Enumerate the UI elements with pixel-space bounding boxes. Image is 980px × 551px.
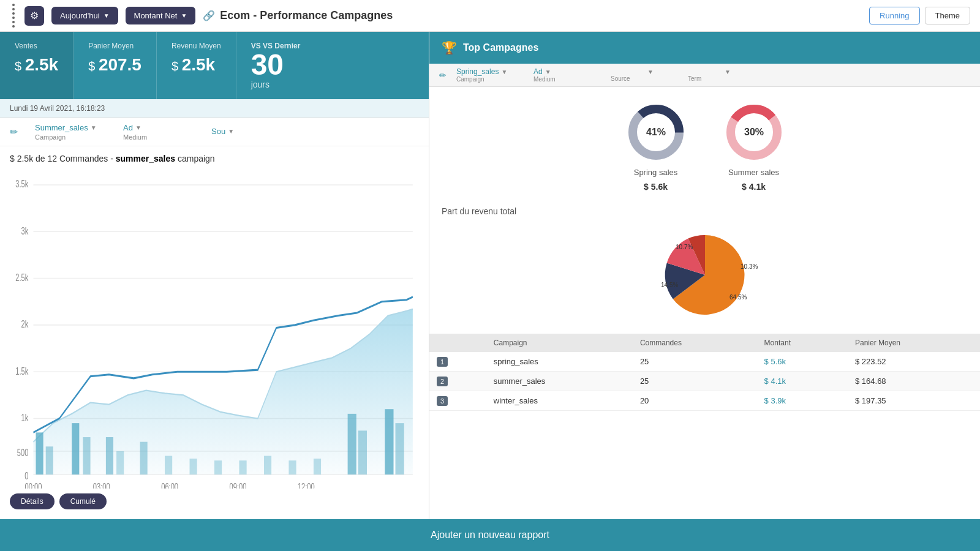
chart-title: $ 2.5k de 12 Commandes - summer_sales ca…	[10, 154, 419, 163]
svg-text:3.5k: 3.5k	[15, 178, 29, 190]
vs-days: jours	[251, 80, 301, 89]
summer-sales-value: $ 4.1k	[742, 182, 766, 192]
svg-rect-23	[165, 456, 172, 475]
svg-text:3k: 3k	[21, 225, 29, 236]
top-campagnes-title: Top Campagnes	[463, 42, 538, 53]
svg-rect-19	[83, 437, 90, 474]
svg-rect-20	[106, 437, 113, 474]
campaigns-table: Campaign Commandes Montant Panier Moyen …	[429, 334, 980, 411]
edit-icon: ✏	[439, 70, 447, 80]
date-bar: Lundi 19 Avril 2021, 16:18:23	[0, 99, 429, 118]
svg-rect-26	[239, 460, 246, 474]
right-term-filter[interactable]: ▼ Term	[688, 69, 755, 82]
spring-sales-value: $ 5.6k	[644, 182, 668, 192]
svg-text:41%: 41%	[646, 127, 665, 137]
svg-rect-30	[348, 414, 356, 474]
gear-icon[interactable]: ⚙	[24, 6, 44, 26]
svg-text:00:00: 00:00	[25, 481, 42, 489]
summer-sales-label: Summer sales	[728, 168, 779, 177]
svg-rect-31	[358, 430, 367, 474]
svg-rect-22	[140, 442, 148, 474]
svg-text:2.5k: 2.5k	[15, 272, 29, 283]
nav-dots-menu[interactable]	[10, 1, 17, 30]
svg-rect-33	[396, 423, 404, 474]
left-panel: Ventes $ 2.5k Panier Moyen $ 207.5 Reven…	[0, 32, 429, 519]
svg-rect-32	[385, 409, 393, 474]
donut-row: 41% Spring sales $ 5.6k 30% Summer sales…	[429, 87, 980, 201]
svg-rect-25	[214, 460, 222, 474]
panier-value: $ 207.5	[88, 55, 141, 75]
medium-filter[interactable]: Ad ▼ Medium	[123, 123, 197, 141]
svg-text:30%: 30%	[744, 127, 763, 137]
svg-rect-18	[72, 423, 79, 474]
vs-section: VS VS Dernier 30 jours	[236, 32, 315, 99]
right-filter-bar: ✏ Spring_sales ▼ Campaign Ad ▼ Medium ▼	[429, 64, 980, 87]
filter-bar: ✏ Summer_sales ▼ Campaign Ad ▼ Medium So…	[0, 118, 429, 146]
edit-icon: ✏	[10, 126, 18, 138]
pie-section-title: Part du revenu total	[429, 201, 980, 221]
panier-label: Panier Moyen	[88, 42, 141, 50]
table-header-row: Campaign Commandes Montant Panier Moyen	[429, 334, 980, 352]
page-title: 🔗 Ecom - Performance Campagnes	[203, 9, 862, 22]
svg-text:0: 0	[24, 470, 28, 481]
chevron-down-icon: ▼	[104, 12, 110, 19]
running-button[interactable]: Running	[869, 7, 919, 24]
chart-buttons: Détails Cumulé	[10, 489, 419, 512]
theme-button[interactable]: Theme	[925, 7, 970, 24]
table-row: 1 spring_sales 25 $ 5.6k $ 223.52	[429, 352, 980, 372]
svg-rect-24	[190, 459, 197, 474]
campaign-filter[interactable]: Summer_sales ▼ Campaign	[35, 123, 108, 141]
link-icon: 🔗	[203, 10, 215, 21]
nav-right: Running Theme	[869, 7, 970, 24]
chevron-down-icon: ▼	[545, 69, 551, 75]
right-panel: 🏆 Top Campagnes ✏ Spring_sales ▼ Campaig…	[429, 32, 980, 519]
trophy-icon: 🏆	[442, 40, 457, 55]
svg-text:1k: 1k	[21, 412, 29, 424]
cumule-button[interactable]: Cumulé	[59, 493, 107, 509]
stats-header: Ventes $ 2.5k Panier Moyen $ 207.5 Reven…	[0, 32, 429, 99]
top-campagnes-header: 🏆 Top Campagnes	[429, 32, 980, 64]
net-amount-filter-button[interactable]: Montant Net ▼	[126, 7, 196, 24]
ventes-value: $ 2.5k	[15, 55, 58, 75]
revenu-value: $ 2.5k	[172, 55, 221, 75]
chart-area: $ 2.5k de 12 Commandes - summer_sales ca…	[0, 146, 429, 519]
chevron-down-icon: ▼	[228, 128, 234, 135]
spring-donut-svg: 41%	[625, 102, 687, 163]
panier-stat: Panier Moyen $ 207.5	[74, 32, 157, 99]
chevron-down-icon: ▼	[725, 69, 731, 75]
today-filter-button[interactable]: Aujourd'hui ▼	[51, 7, 118, 24]
right-campaign-filter[interactable]: Spring_sales ▼ Campaign	[456, 67, 524, 83]
pie-chart-svg: 10.3% 10.7% 14.5% 64.5%	[638, 226, 772, 324]
summer-sales-donut: 30% Summer sales $ 4.1k	[723, 102, 785, 192]
main-content: Ventes $ 2.5k Panier Moyen $ 207.5 Reven…	[0, 32, 980, 519]
add-rapport-button[interactable]: Ajouter un nouveau rapport	[0, 519, 980, 551]
source-filter[interactable]: Sou ▼	[211, 127, 285, 137]
svg-rect-17	[46, 446, 53, 474]
chevron-down-icon: ▼	[501, 69, 507, 75]
svg-rect-21	[116, 451, 124, 474]
revenu-stat: Revenu Moyen $ 2.5k	[157, 32, 236, 99]
spring-sales-donut: 41% Spring sales $ 5.6k	[625, 102, 687, 192]
svg-rect-28	[288, 460, 296, 474]
chart-container: 3.5k 3k 2.5k 2k 1.5k 1k 500 0	[10, 171, 419, 489]
svg-text:1.5k: 1.5k	[15, 365, 29, 377]
chevron-down-icon: ▼	[135, 124, 141, 131]
svg-rect-27	[264, 456, 271, 475]
svg-text:06:00: 06:00	[161, 481, 178, 489]
svg-text:09:00: 09:00	[230, 481, 247, 489]
ventes-label: Ventes	[15, 42, 58, 50]
chevron-down-icon: ▼	[647, 69, 654, 75]
pie-section: 10.3% 10.7% 14.5% 64.5%	[429, 221, 980, 334]
details-button[interactable]: Détails	[10, 493, 55, 509]
table-row: 3 winter_sales 20 $ 3.9k $ 197.35	[429, 391, 980, 411]
top-nav: ⚙ Aujourd'hui ▼ Montant Net ▼ 🔗 Ecom - P…	[0, 0, 980, 32]
revenu-label: Revenu Moyen	[172, 42, 221, 50]
svg-text:10.3%: 10.3%	[741, 263, 758, 270]
svg-text:14.5%: 14.5%	[661, 282, 678, 288]
spring-sales-label: Spring sales	[634, 168, 678, 177]
svg-rect-16	[36, 432, 43, 474]
right-medium-filter[interactable]: Ad ▼ Medium	[533, 67, 601, 83]
vs-number: 30	[251, 50, 301, 80]
right-source-filter[interactable]: ▼ Source	[611, 69, 678, 82]
svg-text:2k: 2k	[21, 318, 29, 330]
